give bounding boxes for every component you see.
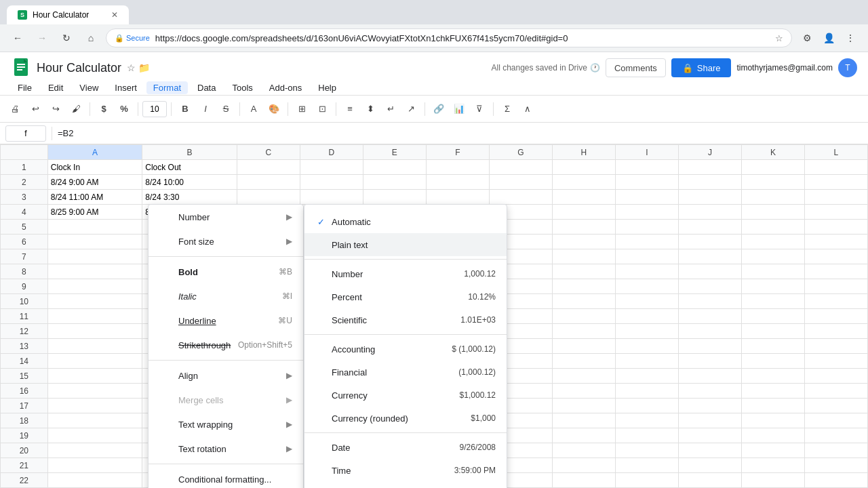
cell-4-l[interactable] (804, 205, 867, 220)
row-header-5[interactable]: 5 (1, 220, 48, 235)
row-header-7[interactable]: 7 (1, 249, 48, 264)
menu-icon[interactable]: ⋮ (841, 28, 860, 47)
col-header-a[interactable]: A (47, 145, 142, 160)
cell-17-j[interactable] (678, 399, 741, 413)
row-header-18[interactable]: 18 (1, 413, 48, 428)
cell-7-h[interactable] (552, 249, 615, 264)
cell-17-i[interactable] (615, 399, 678, 413)
num-currency[interactable]: Currency $1,000.12 (304, 384, 507, 407)
cell-9-h[interactable] (552, 279, 615, 294)
cell-2-i[interactable] (615, 175, 678, 190)
cell-2-d[interactable] (300, 175, 363, 190)
cell-12-k[interactable] (741, 324, 804, 339)
cell-8-j[interactable] (678, 264, 741, 279)
comments-button[interactable]: Comments (606, 58, 666, 77)
cell-9-i[interactable] (615, 279, 678, 294)
menu-item-format[interactable]: Format (146, 81, 188, 94)
cell-7-l[interactable] (804, 249, 867, 264)
row-header-21[interactable]: 21 (1, 458, 48, 473)
cell-11-j[interactable] (678, 309, 741, 324)
cell-20-a[interactable] (47, 443, 142, 458)
row-header-14[interactable]: 14 (1, 354, 48, 369)
cell-12-h[interactable] (552, 324, 615, 339)
nav-refresh-button[interactable]: ↻ (57, 28, 76, 47)
format-align-item[interactable]: Align ▶ (149, 363, 303, 388)
cell-10-a[interactable] (47, 294, 142, 309)
cell-3-l[interactable] (804, 190, 867, 205)
cell-3-c[interactable] (237, 190, 300, 205)
function-button[interactable]: Σ (498, 100, 517, 119)
cell-16-l[interactable] (804, 384, 867, 399)
cell-13-k[interactable] (741, 339, 804, 354)
menu-item-file[interactable]: File (11, 81, 39, 94)
user-avatar[interactable]: T (838, 58, 857, 77)
cell-22-a[interactable] (47, 473, 142, 488)
cell-8-i[interactable] (615, 264, 678, 279)
row-header-8[interactable]: 8 (1, 264, 48, 279)
cell-17-k[interactable] (741, 399, 804, 413)
align-v-button[interactable]: ⬍ (361, 100, 380, 119)
cell-1-f[interactable] (426, 160, 489, 175)
cell-3-i[interactable] (615, 190, 678, 205)
cell-15-j[interactable] (678, 369, 741, 384)
cell-13-j[interactable] (678, 339, 741, 354)
account-icon[interactable]: 👤 (819, 28, 838, 47)
cell-22-i[interactable] (615, 473, 678, 488)
menu-item-tools[interactable]: Tools (225, 81, 259, 94)
cell-21-j[interactable] (678, 458, 741, 473)
cell-10-i[interactable] (615, 294, 678, 309)
redo-button[interactable]: ↪ (46, 100, 65, 119)
num-plaintext[interactable]: Plain text (304, 233, 507, 256)
col-header-g[interactable]: G (489, 145, 552, 160)
format-italic-item[interactable]: Italic ⌘I (149, 284, 303, 308)
cell-15-a[interactable] (47, 369, 142, 384)
row-header-9[interactable]: 9 (1, 279, 48, 294)
col-header-e[interactable]: E (363, 145, 426, 160)
cell-7-i[interactable] (615, 249, 678, 264)
format-number-item[interactable]: Number ▶ (149, 205, 303, 229)
cell-10-k[interactable] (741, 294, 804, 309)
star-title-icon[interactable]: ☆ (127, 62, 136, 73)
row-header-22[interactable]: 22 (1, 473, 48, 488)
cell-5-h[interactable] (552, 220, 615, 235)
tab-close-icon[interactable]: ✕ (111, 10, 118, 20)
cell-19-j[interactable] (678, 428, 741, 443)
cell-19-k[interactable] (741, 428, 804, 443)
cell-2-h[interactable] (552, 175, 615, 190)
format-bold-item[interactable]: Bold ⌘B (149, 260, 303, 284)
cell-2-l[interactable] (804, 175, 867, 190)
borders-button[interactable]: ⊞ (292, 100, 311, 119)
cell-17-h[interactable] (552, 399, 615, 413)
row-header-17[interactable]: 17 (1, 399, 48, 413)
cell-18-k[interactable] (741, 413, 804, 428)
cell-16-a[interactable] (47, 384, 142, 399)
col-header-d[interactable]: D (300, 145, 363, 160)
strikethrough-button[interactable]: S (216, 100, 235, 119)
cell-9-l[interactable] (804, 279, 867, 294)
cell-6-h[interactable] (552, 235, 615, 249)
num-automatic[interactable]: ✓ Automatic (304, 210, 507, 233)
cell-11-h[interactable] (552, 309, 615, 324)
cell-2-j[interactable] (678, 175, 741, 190)
row-header-15[interactable]: 15 (1, 369, 48, 384)
font-size-input[interactable] (142, 101, 167, 117)
text-wrap-button[interactable]: ↵ (381, 100, 400, 119)
cell-9-a[interactable] (47, 279, 142, 294)
num-scientific[interactable]: Scientific 1.01E+03 (304, 308, 507, 331)
menu-item-view[interactable]: View (73, 81, 105, 94)
currency-button[interactable]: $ (94, 100, 113, 119)
format-merge-item[interactable]: Merge cells ▶ (149, 388, 303, 412)
share-button[interactable]: 🔒 Share (671, 58, 732, 77)
cell-3-j[interactable] (678, 190, 741, 205)
cell-14-k[interactable] (741, 354, 804, 369)
cell-2-a[interactable]: 8/24 9:00 AM (47, 175, 142, 190)
cell-4-a[interactable]: 8/25 9:00 AM (47, 205, 142, 220)
cell-13-l[interactable] (804, 339, 867, 354)
cell-10-h[interactable] (552, 294, 615, 309)
row-header-16[interactable]: 16 (1, 384, 48, 399)
cell-3-e[interactable] (363, 190, 426, 205)
bg-color-button[interactable]: 🎨 (264, 100, 283, 119)
row-header-13[interactable]: 13 (1, 339, 48, 354)
cell-20-j[interactable] (678, 443, 741, 458)
cell-21-l[interactable] (804, 458, 867, 473)
